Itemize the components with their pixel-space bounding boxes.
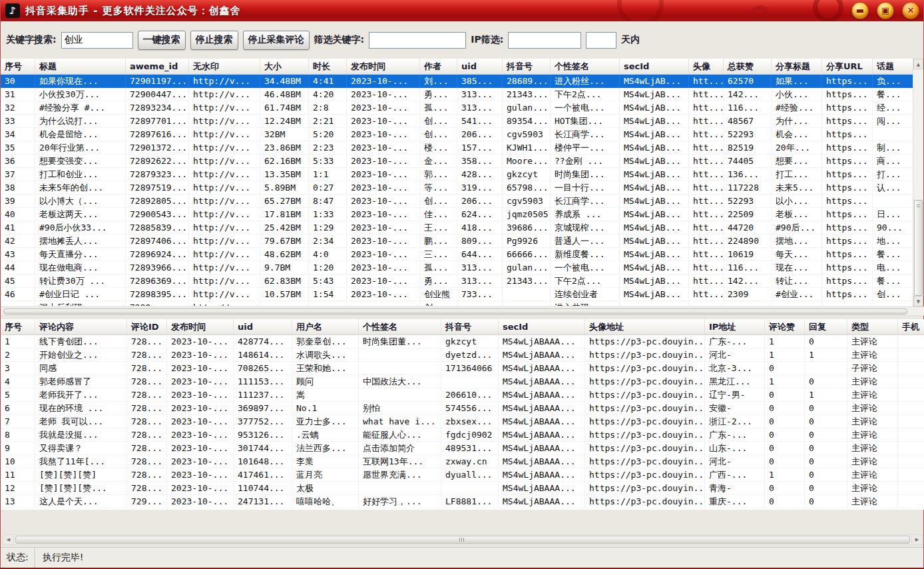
table-row[interactable]: 30如果你现在...72901197...http://v...34.48BM4… — [1, 75, 914, 88]
table-row[interactable]: 36想要变强变...72892622...http://v...62.16BM5… — [1, 155, 914, 168]
column-header[interactable]: 作者 — [420, 59, 457, 74]
video-vertical-scrollbar[interactable]: ▲ ▼ — [913, 59, 923, 306]
table-row[interactable]: 43每天直播分...72896924...http://v...48.62BM4… — [1, 248, 914, 261]
column-header[interactable]: 序号 — [1, 319, 35, 334]
minimize-button[interactable]: ▬ — [851, 2, 869, 19]
table-row[interactable]: 46#创业日记 ...72898395...http://v...10.57BM… — [1, 288, 914, 301]
cell: 2023-10-... — [347, 221, 420, 235]
column-header[interactable]: 用户名 — [292, 319, 359, 334]
cell: MS4wLjABAAA... — [499, 428, 585, 442]
horizontal-scrollbar-thumb[interactable] — [15, 536, 910, 544]
table-row[interactable]: 3520年行业第...72901372...http://v...23.86BM… — [1, 141, 914, 155]
cell: 现在做电商... — [35, 261, 126, 275]
table-row[interactable]: 39以小博大（...72892805...http://v...65.27BM8… — [1, 195, 914, 208]
stop-search-button[interactable]: 停止搜索 — [190, 31, 238, 50]
table-row[interactable]: 32#经验分享 #...72893234...http://v...61.74B… — [1, 101, 914, 115]
column-header[interactable]: 话题 — [873, 59, 914, 74]
status-label: 状态: — [1, 552, 35, 564]
scroll-down-icon[interactable]: ▼ — [913, 296, 923, 306]
cell: 主评论 — [847, 348, 898, 362]
table-row[interactable]: 10我熬了11年[...728...2023-10-...101648...李業… — [1, 455, 924, 468]
horizontal-scrollbar-thumb[interactable] — [3, 308, 907, 314]
column-header[interactable]: 分享标题 — [772, 59, 822, 74]
column-header[interactable]: 无水印 — [189, 59, 260, 74]
table-row[interactable]: 42摆地摊丢人...72897406...http://v...79.67BM2… — [1, 235, 914, 248]
table-row[interactable]: 4郭老师感冒了728...2023-10-...111153...顾问中国政法大… — [1, 375, 924, 388]
cell: 2:34 — [309, 235, 347, 248]
column-header[interactable]: 个性签名 — [551, 59, 620, 74]
filter-keyword-input[interactable] — [369, 32, 466, 49]
column-header[interactable]: 分享URL — [822, 59, 873, 74]
cell: 644... — [457, 248, 503, 261]
days-input[interactable] — [586, 32, 616, 49]
column-header[interactable]: 发布时间 — [347, 59, 420, 74]
cell: 现在... — [772, 261, 822, 275]
cell: htt... — [689, 261, 724, 275]
column-header[interactable]: 评论ID — [127, 319, 167, 334]
column-header[interactable]: 回复 — [805, 319, 847, 334]
table-row[interactable]: 9又得卖课？728...2023-10-...301744...法兰西多...点… — [1, 442, 924, 455]
table-row[interactable]: 12[赞][赞][赞...728...2023-10-...110744...太… — [1, 482, 924, 495]
column-header[interactable]: 个性签名 — [359, 319, 441, 334]
keyword-search-input[interactable] — [61, 32, 133, 49]
column-header[interactable]: 抖音号 — [441, 319, 499, 334]
comment-horizontal-scrollbar[interactable]: ◀ ▶ — [3, 534, 923, 545]
scroll-right-icon[interactable]: ▶ — [911, 535, 922, 544]
column-header[interactable]: 手机 — [898, 319, 924, 334]
video-horizontal-scrollbar[interactable] — [1, 306, 924, 316]
cell: 728... — [127, 335, 167, 348]
table-row[interactable]: 13这人是个天...729...2023-10-...247131...嘻嘻哈哈… — [1, 495, 924, 508]
column-header[interactable]: 评论内容 — [35, 319, 127, 334]
table-row[interactable]: 5老师我开了...728...2023-10-...111237...嵩2066… — [1, 388, 924, 402]
table-row[interactable]: 8我就是没挺...728...2023-10-...953126....云螭能征… — [1, 428, 924, 442]
column-header[interactable]: 头像 — [689, 59, 724, 74]
cell: 0 — [805, 468, 847, 482]
cell: 72900447... — [126, 88, 189, 101]
cell: 主评论 — [847, 442, 898, 455]
column-header[interactable]: 头像地址 — [585, 319, 705, 334]
column-header[interactable]: 大小 — [260, 59, 309, 74]
table-row[interactable]: 11[赞][赞][赞]728...2023-10-...417461...蓝月亮… — [1, 468, 924, 482]
cell: https... — [822, 88, 873, 101]
vertical-scrollbar-thumb[interactable] — [914, 200, 923, 296]
column-header[interactable]: uid — [457, 59, 503, 74]
column-header[interactable]: uid — [234, 319, 292, 334]
column-header[interactable]: 发布时间 — [167, 319, 234, 334]
column-header[interactable]: 类型 — [847, 319, 898, 334]
cell: 32 — [1, 101, 35, 115]
column-header[interactable]: 时长 — [309, 59, 347, 74]
table-row[interactable]: 34机会是留给...72897616...http://v...32BM5:20… — [1, 128, 914, 141]
scroll-up-icon[interactable]: ▲ — [913, 59, 923, 69]
stop-collect-comments-button[interactable]: 停止采集评论 — [243, 31, 310, 50]
table-row[interactable]: 44现在做电商...72893966...http://v...9.7BM1:2… — [1, 261, 914, 275]
cell: 41 — [1, 221, 35, 235]
column-header[interactable]: 序号 — [1, 59, 35, 74]
column-header[interactable]: IP地址 — [705, 319, 765, 334]
table-row[interactable]: 41#90后小伙33...72885839...http://v...25.42… — [1, 221, 914, 235]
cell: https... — [822, 248, 873, 261]
column-header[interactable]: secId — [499, 319, 585, 334]
column-header[interactable]: 评论赞 — [765, 319, 805, 334]
table-row[interactable]: 2开始创业之...728...2023-10-...148614...水调歌头.… — [1, 348, 924, 362]
maximize-button[interactable]: ▣ — [877, 2, 894, 19]
column-header[interactable]: 标题 — [35, 59, 126, 74]
table-row[interactable]: 33为什么说打...72897701...http://v...12.24BM2… — [1, 115, 914, 128]
one-key-search-button[interactable]: 一键搜索 — [138, 31, 186, 50]
table-row[interactable]: 3同感728...2023-10-...708265...王荣和她...1713… — [1, 362, 924, 375]
table-row[interactable]: 45转让费30万 ...72896369...http://v...62.83B… — [1, 275, 914, 288]
column-header[interactable]: secId — [620, 59, 689, 74]
table-row[interactable]: 37打工和创业...72879323...http://v...13.35BM1… — [1, 168, 914, 181]
table-row[interactable]: 6现在的环境 ...728...2023-10-...369897...No.1… — [1, 402, 924, 415]
table-row[interactable]: 7老师 我可以...728...2023-10-...377752...亚力士多… — [1, 415, 924, 428]
column-header[interactable]: aweme_id — [126, 59, 189, 74]
scroll-left-icon[interactable]: ◀ — [3, 535, 14, 544]
table-row[interactable]: 38未来5年的创...72897519...http://v...5.89BM0… — [1, 181, 914, 195]
ip-filter-input[interactable] — [508, 32, 581, 49]
table-row[interactable]: 40老板这两天...72900543...http://v...17.81BM1… — [1, 208, 914, 221]
column-header[interactable]: 抖音号 — [503, 59, 551, 74]
table-row[interactable]: 1线下青创团...728...2023-10-...428774...郭奎章创.… — [1, 335, 924, 348]
close-button[interactable]: ✕ — [902, 2, 919, 19]
table-row[interactable]: 31小伙投30万...72900447...http://v...46.48BM… — [1, 88, 914, 101]
table-row[interactable]: 混上反利现7289...http://v...创...进入共现... — [1, 301, 914, 306]
column-header[interactable]: 总获赞 — [724, 59, 772, 74]
